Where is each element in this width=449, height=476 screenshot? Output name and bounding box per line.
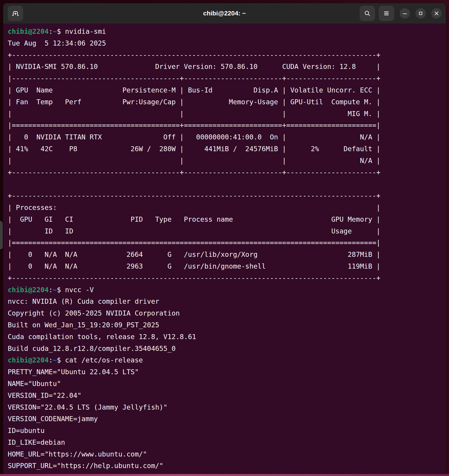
terminal-text-segment bbox=[98, 62, 155, 70]
terminal-text-segment: : bbox=[49, 28, 53, 35]
terminal-text-segment: VERSION_ID="22.04" bbox=[8, 391, 81, 399]
terminal-line: chibi@2204:~$ cat /etc/os-release bbox=[8, 354, 446, 366]
terminal-text-segment: ----------------------------------------… bbox=[12, 168, 180, 176]
terminal-line: Tue Aug 5 12:34:06 2025 bbox=[8, 37, 446, 49]
terminal-text-segment bbox=[77, 145, 131, 153]
terminal-line: | NVIDIA-SMI 570.86.10 Driver Version: 5… bbox=[8, 61, 446, 73]
terminal-text-segment: ID_LIKE=debian bbox=[8, 438, 65, 446]
terminal-text-segment: ----------------------------------------… bbox=[12, 274, 376, 282]
terminal-text-segment bbox=[12, 157, 180, 164]
terminal-text-segment: NAME="Ubuntu" bbox=[8, 380, 61, 388]
terminal-text-segment: Memory-Usage | GPU-Util Compute M. | bbox=[229, 98, 380, 106]
titlebar[interactable]: chibi@2204: ~ bbox=[3, 3, 446, 23]
search-button[interactable] bbox=[360, 6, 375, 21]
terminal-line bbox=[8, 178, 446, 190]
terminal-line: HOME_URL="https://www.ubuntu.com/" bbox=[8, 448, 446, 460]
terminal-text-segment: 26W / 280W | 441MiB / 24576MiB | 2% Defa… bbox=[131, 145, 380, 153]
terminal-text-segment: | GPU GI CI bbox=[8, 215, 73, 223]
terminal-text-segment: PID Type Process name bbox=[131, 215, 233, 223]
left-edge-dock-handle[interactable] bbox=[0, 221, 3, 249]
terminal-line: | Processes: | bbox=[8, 202, 446, 214]
terminal-text-segment: | NVIDIA-SMI 570.86.10 bbox=[8, 62, 98, 70]
terminal-text-segment: HOME_URL="https://www.ubuntu.com/" bbox=[8, 450, 147, 458]
terminal-text-segment bbox=[77, 262, 127, 270]
minimize-button[interactable] bbox=[400, 8, 410, 19]
terminal-text-segment: | bbox=[8, 121, 12, 129]
terminal-line: |=======================================… bbox=[8, 119, 446, 131]
terminal-text-segment: Disp.A | Volatile Uncorr. ECC | bbox=[253, 86, 380, 94]
terminal-text-segment: | bbox=[8, 110, 12, 118]
terminal-line: | ID ID Usage | bbox=[8, 225, 446, 237]
search-icon bbox=[363, 10, 371, 17]
terminal-text-segment: Copyright (c) 2005-2025 NVIDIA Corporati… bbox=[8, 309, 180, 317]
terminal-text-segment: | bbox=[376, 62, 380, 70]
terminal-text-segment: ---------------------- bbox=[286, 74, 376, 82]
terminal-text-segment bbox=[53, 86, 122, 94]
terminal-text-segment: + bbox=[8, 192, 12, 200]
menu-button[interactable] bbox=[379, 6, 394, 21]
terminal-text-segment bbox=[73, 227, 331, 235]
terminal-text-segment: | bbox=[282, 110, 286, 118]
terminal-text-segment bbox=[184, 110, 282, 118]
terminal-text-segment: | 0 N/A N/A bbox=[8, 250, 77, 258]
terminal-text-segment: Tue Aug 5 12:34:06 2025 bbox=[8, 39, 106, 47]
terminal-line: | | | N/A | bbox=[8, 155, 446, 167]
terminal-text-segment: VERSION_CODENAME=jammy bbox=[8, 415, 98, 423]
terminal-line: nvcc: NVIDIA (R) Cuda compiler driver bbox=[8, 295, 446, 307]
terminal-text-segment: | bbox=[376, 227, 380, 235]
terminal-text-segment bbox=[286, 157, 360, 164]
desktop: { "window": { "title": "chibi@2204: ~", … bbox=[0, 0, 449, 476]
terminal-line: | Fan Temp Perf Pwr:Usage/Cap | Memory-U… bbox=[8, 96, 446, 108]
terminal-text-segment: $ nvcc -V bbox=[57, 286, 94, 294]
terminal-line: +---------------------------------------… bbox=[8, 190, 446, 202]
terminal-line: VERSION_ID="22.04" bbox=[8, 390, 446, 402]
terminal-text-segment: chibi@2204 bbox=[8, 28, 49, 35]
terminal-text-segment: + bbox=[180, 74, 184, 82]
new-tab-button[interactable] bbox=[8, 6, 23, 21]
terminal-line: SUPPORT_URL="https://help.ubuntu.com/" bbox=[8, 460, 446, 472]
terminal-text-segment: $ cat /etc/os-release bbox=[57, 356, 143, 364]
terminal-text-segment: Pwr:Usage/Cap | bbox=[122, 98, 184, 106]
terminal-text-segment bbox=[266, 262, 348, 270]
terminal-text-segment: Built on Wed_Jan_15_19:20:09_PST_2025 bbox=[8, 321, 159, 329]
terminal-text-segment: | bbox=[8, 157, 12, 164]
terminal-line: chibi@2204:~$ nvidia-smi bbox=[8, 26, 446, 37]
terminal-text-segment: + bbox=[376, 51, 380, 59]
terminal-text-segment bbox=[286, 133, 360, 141]
terminal-line: NAME="Ubuntu" bbox=[8, 378, 446, 390]
terminal-text-segment bbox=[57, 204, 376, 211]
terminal-text-segment bbox=[102, 133, 163, 141]
terminal-text-segment: | bbox=[180, 110, 184, 118]
terminal-text-segment: GPU Memory | bbox=[331, 215, 380, 223]
terminal-text-segment bbox=[12, 227, 45, 235]
terminal-text-segment: + bbox=[180, 168, 184, 176]
titlebar-left-controls bbox=[8, 6, 23, 21]
maximize-button[interactable] bbox=[415, 8, 426, 19]
terminal-text-segment: Persistence-M | Bus-Id bbox=[122, 86, 213, 94]
terminal-line: | GPU GI CI PID Type Process name GPU Me… bbox=[8, 214, 446, 225]
terminal-text-segment: PRETTY_NAME="Ubuntu 22.04.5 LTS" bbox=[8, 368, 139, 376]
terminal-text-segment: + bbox=[376, 274, 380, 282]
terminal-text-segment bbox=[77, 250, 127, 258]
close-button[interactable] bbox=[431, 8, 442, 19]
terminal-text-segment: + bbox=[376, 168, 380, 176]
terminal-screen[interactable]: chibi@2204:~$ nvidia-smiTue Aug 5 12:34:… bbox=[3, 23, 446, 472]
terminal-text-segment: | bbox=[282, 157, 286, 164]
terminal-line: |=======================================… bbox=[8, 237, 446, 249]
terminal-text-segment bbox=[352, 227, 376, 235]
terminal-line: |---------------------------------------… bbox=[8, 73, 446, 84]
terminal-text-segment: | GPU Name bbox=[8, 86, 53, 94]
terminal-window: chibi@2204: ~ bbox=[3, 3, 446, 474]
terminal-line: | 0 N/A N/A 2664 G /usr/lib/xorg/Xorg 28… bbox=[8, 249, 446, 261]
window-title: chibi@2204: ~ bbox=[203, 10, 246, 17]
terminal-text-segment: ====================== bbox=[286, 121, 376, 129]
terminal-text-segment: ========================================… bbox=[12, 121, 180, 129]
terminal-text-segment: MIG M. | bbox=[348, 110, 380, 118]
terminal-text-segment: $ nvidia-smi bbox=[57, 28, 106, 35]
terminal-line: Copyright (c) 2005-2025 NVIDIA Corporati… bbox=[8, 307, 446, 319]
titlebar-right-controls bbox=[360, 6, 442, 21]
terminal-text-segment: ========================================… bbox=[12, 239, 376, 247]
terminal-text-segment bbox=[73, 215, 131, 223]
terminal-line: +---------------------------------------… bbox=[8, 167, 446, 178]
terminal-line: PRETTY_NAME="Ubuntu 22.04.5 LTS" bbox=[8, 366, 446, 378]
